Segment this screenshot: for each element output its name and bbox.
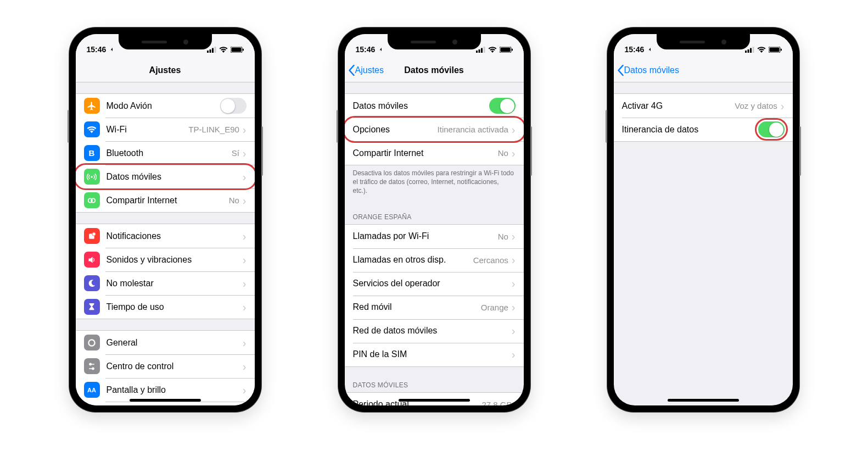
row-label: Centro de control bbox=[107, 362, 243, 371]
svg-rect-23 bbox=[481, 48, 483, 53]
row-control-center[interactable]: Centro de control › bbox=[76, 354, 255, 378]
row-label: Compartir Internet bbox=[353, 148, 498, 158]
row-airplane[interactable]: Modo Avión bbox=[76, 94, 255, 118]
phone-2: 15:46 Ajustes Datos móviles Datos móvile… bbox=[338, 27, 530, 412]
chevron-icon: › bbox=[243, 231, 247, 242]
chevron-icon: › bbox=[512, 325, 516, 336]
wifi-icon bbox=[757, 47, 766, 53]
svg-rect-35 bbox=[750, 48, 752, 53]
nav-bar: Datos móviles bbox=[614, 58, 793, 82]
row-label: Tiempo de uso bbox=[107, 302, 243, 312]
row-carrier-services[interactable]: Servicios del operador › bbox=[345, 272, 524, 296]
row-other-devices[interactable]: Llamadas en otros disp. Cercanos › bbox=[345, 248, 524, 272]
svg-rect-24 bbox=[483, 47, 485, 53]
options-content[interactable]: Activar 4G Voz y datos › Itinerancia de … bbox=[614, 82, 793, 405]
airplane-icon bbox=[84, 98, 100, 114]
nav-bar: Ajustes Datos móviles bbox=[345, 58, 524, 82]
chevron-icon: › bbox=[243, 124, 247, 135]
chevron-icon: › bbox=[243, 385, 247, 396]
svg-rect-1 bbox=[209, 49, 211, 53]
wifi-icon bbox=[219, 47, 228, 53]
row-dnd[interactable]: No molestar › bbox=[76, 271, 255, 295]
svg-point-7 bbox=[91, 176, 93, 178]
battery-icon bbox=[769, 47, 782, 53]
home-indicator[interactable] bbox=[668, 399, 739, 402]
svg-rect-2 bbox=[212, 48, 214, 53]
signal-icon bbox=[207, 47, 216, 53]
notify-icon bbox=[84, 228, 100, 244]
row-options[interactable]: Opciones Itinerancia activada › bbox=[345, 118, 524, 141]
notch bbox=[388, 34, 481, 49]
home-indicator[interactable] bbox=[130, 399, 201, 402]
row-notifications[interactable]: Notificaciones › bbox=[76, 224, 255, 248]
group-footer: Desactiva los datos móviles para restrin… bbox=[345, 165, 524, 199]
roaming-toggle[interactable] bbox=[758, 121, 785, 137]
row-sounds[interactable]: Sonidos y vibraciones › bbox=[76, 248, 255, 271]
back-button[interactable]: Datos móviles bbox=[617, 65, 679, 76]
row-label: PIN de la SIM bbox=[353, 349, 512, 359]
row-sim-pin[interactable]: PIN de la SIM › bbox=[345, 343, 524, 366]
wifi-icon bbox=[488, 47, 497, 53]
cellular-content[interactable]: Datos móviles Opciones Itinerancia activ… bbox=[345, 82, 524, 405]
settings-content[interactable]: Modo Avión Wi-Fi TP-LINK_E90 › B Bluetoo… bbox=[76, 82, 255, 405]
row-hotspot[interactable]: Compartir Internet No › bbox=[345, 141, 524, 165]
mobile-data-toggle[interactable] bbox=[489, 98, 516, 114]
row-value: Orange bbox=[481, 303, 508, 312]
svg-point-11 bbox=[92, 232, 96, 235]
svg-point-12 bbox=[91, 341, 93, 344]
row-bluetooth[interactable]: B Bluetooth Sí › bbox=[76, 141, 255, 165]
svg-rect-39 bbox=[781, 48, 782, 51]
row-label: Activar 4G bbox=[622, 101, 735, 111]
row-value: No bbox=[498, 232, 508, 241]
control-icon bbox=[84, 358, 100, 374]
battery-icon bbox=[231, 47, 244, 53]
screen-2: 15:46 Ajustes Datos móviles Datos móvile… bbox=[345, 34, 524, 405]
bluetooth-icon: B bbox=[84, 145, 100, 161]
row-label: Bluetooth bbox=[107, 148, 232, 158]
notch bbox=[657, 34, 750, 49]
svg-rect-0 bbox=[207, 51, 209, 53]
cellular-icon bbox=[84, 169, 100, 185]
svg-rect-34 bbox=[747, 49, 749, 53]
back-label: Datos móviles bbox=[624, 65, 679, 75]
chevron-icon: › bbox=[512, 254, 516, 265]
row-data-network[interactable]: Red de datos móviles › bbox=[345, 319, 524, 343]
page-title: Ajustes bbox=[149, 65, 181, 75]
group-header: ORANGE ESPAÑA bbox=[345, 210, 524, 224]
back-button[interactable]: Ajustes bbox=[348, 65, 384, 76]
gear-icon bbox=[84, 335, 100, 351]
row-screentime[interactable]: Tiempo de uso › bbox=[76, 295, 255, 319]
location-icon bbox=[646, 47, 652, 52]
row-data-roaming[interactable]: Itinerancia de datos bbox=[614, 118, 793, 141]
row-cellular[interactable]: Datos móviles › bbox=[76, 165, 255, 188]
row-label: Datos móviles bbox=[107, 172, 243, 182]
row-mobile-data[interactable]: Datos móviles bbox=[345, 94, 524, 118]
row-network[interactable]: Red móvil Orange › bbox=[345, 296, 524, 319]
status-time: 15:46 bbox=[625, 45, 645, 54]
moon-icon bbox=[84, 275, 100, 291]
row-label: Red móvil bbox=[353, 302, 481, 312]
chevron-icon: › bbox=[243, 195, 247, 206]
row-label: Modo Avión bbox=[107, 101, 220, 111]
row-general[interactable]: General › bbox=[76, 331, 255, 354]
svg-rect-27 bbox=[512, 48, 513, 51]
row-hotspot[interactable]: Compartir Internet No › bbox=[76, 188, 255, 212]
chevron-icon: › bbox=[243, 302, 247, 313]
row-value: TP-LINK_E90 bbox=[188, 125, 239, 134]
row-wifi[interactable]: Wi-Fi TP-LINK_E90 › bbox=[76, 118, 255, 141]
row-enable-4g[interactable]: Activar 4G Voz y datos › bbox=[614, 94, 793, 118]
chevron-icon: › bbox=[243, 171, 247, 182]
svg-rect-38 bbox=[769, 47, 779, 52]
airplane-toggle[interactable] bbox=[220, 98, 247, 114]
chevron-icon: › bbox=[512, 278, 516, 289]
back-label: Ajustes bbox=[355, 65, 384, 75]
row-value: No bbox=[229, 196, 239, 205]
home-indicator[interactable] bbox=[399, 399, 470, 402]
nav-bar: Ajustes bbox=[76, 58, 255, 82]
row-wifi-calling[interactable]: Llamadas por Wi-Fi No › bbox=[345, 225, 524, 248]
battery-icon bbox=[500, 47, 513, 53]
location-icon bbox=[377, 47, 383, 52]
row-display[interactable]: AA Pantalla y brillo › bbox=[76, 378, 255, 402]
row-wallpaper[interactable]: Fondo de pantalla › bbox=[76, 402, 255, 405]
svg-rect-6 bbox=[243, 48, 244, 51]
